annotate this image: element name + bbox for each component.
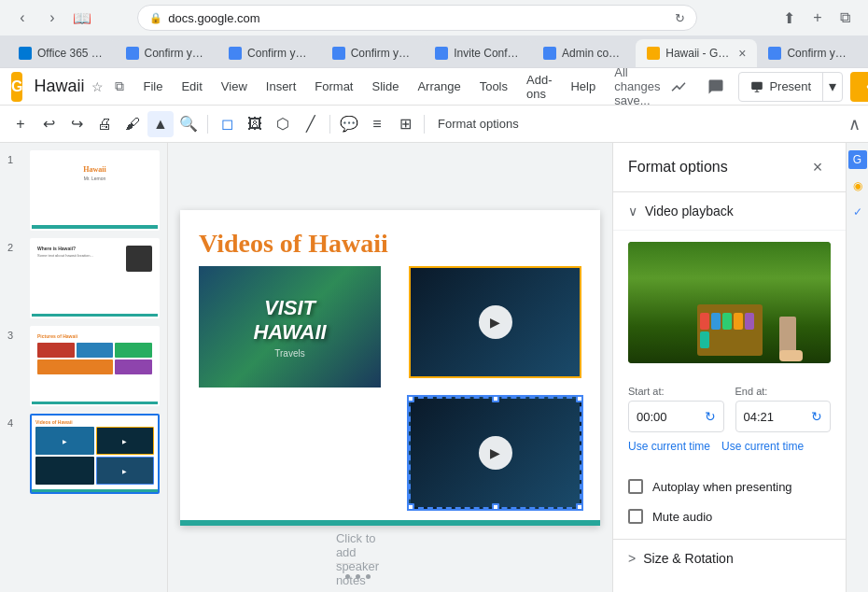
menu-arrange[interactable]: Arrange	[410, 76, 468, 97]
sidebar-icon-explore[interactable]: G	[848, 150, 867, 169]
tab-confirm4[interactable]: Confirm your...	[757, 39, 861, 67]
add-button[interactable]: +	[7, 111, 34, 137]
close-format-panel-button[interactable]: ×	[805, 154, 831, 180]
tab-confirm2[interactable]: Confirm your...	[217, 39, 321, 67]
resize-handle-bl[interactable]	[407, 503, 414, 511]
resize-handle-t[interactable]	[492, 395, 499, 402]
slide2-image	[126, 246, 152, 272]
resize-handle-tr[interactable]	[576, 395, 583, 402]
size-rotation-section-header[interactable]: > Size & Rotation	[613, 539, 846, 577]
sidebar-icon-tasks[interactable]: ✓	[848, 203, 867, 221]
speaker-notes-label[interactable]: Click to add speaker notes	[336, 563, 379, 592]
resize-handle-b[interactable]	[492, 503, 499, 511]
autoplay-checkbox[interactable]	[628, 479, 643, 494]
bookmark-button[interactable]: 📖	[71, 7, 93, 29]
slide-item-3[interactable]: 3 Pictures of Hawaii	[7, 326, 160, 406]
image-button[interactable]: 🖼	[242, 111, 268, 137]
video-playback-section-header[interactable]: ∨ Video playback	[613, 192, 846, 231]
cursor-button[interactable]: ▲	[147, 111, 174, 137]
share-button[interactable]: Share	[850, 72, 868, 102]
present-dropdown[interactable]: ▾	[822, 73, 842, 101]
menu-help[interactable]: Help	[563, 76, 603, 97]
mute-checkbox[interactable]	[628, 509, 643, 524]
slide2-bar	[32, 314, 158, 317]
align-left-button[interactable]: ≡	[364, 111, 390, 137]
menu-insert[interactable]: Insert	[259, 76, 304, 97]
comment-toolbar-button[interactable]: 💬	[336, 111, 362, 137]
end-time-refresh-icon[interactable]: ↻	[804, 409, 830, 424]
canvas-area[interactable]: Videos of Hawaii VISIT HAWAII Travels ▶	[168, 143, 612, 592]
print-button[interactable]: 🖨	[91, 111, 118, 137]
resize-handle-br[interactable]	[576, 503, 583, 511]
activity-button[interactable]	[664, 72, 693, 102]
line-button[interactable]: ╱	[298, 111, 324, 137]
address-bar[interactable]: 🔒 docs.google.com ↻	[137, 5, 697, 31]
tab-hawaii[interactable]: Hawaii - Goog... ×	[636, 39, 757, 67]
star-icon[interactable]: ☆	[91, 79, 104, 94]
sidebar-icon-keep[interactable]: ◉	[848, 176, 867, 195]
tab-label: Invite Confirm...	[454, 47, 521, 60]
menu-edit[interactable]: Edit	[174, 76, 209, 97]
align-right-button[interactable]: ⊞	[392, 111, 418, 137]
format-panel-title: Format options	[628, 159, 728, 176]
share-browser-button[interactable]: ⬆	[778, 7, 801, 29]
menu-slide[interactable]: Slide	[364, 76, 406, 97]
format-options-panel: Format options × ∨ Video playback	[612, 143, 846, 592]
copy-icon[interactable]: ⧉	[115, 78, 124, 94]
tab-admin[interactable]: Admin console	[532, 39, 636, 67]
menu-view[interactable]: View	[214, 76, 255, 97]
tab-invite[interactable]: Invite Confirm...	[424, 39, 532, 67]
video-placeholder-2[interactable]: ▶	[409, 266, 581, 378]
start-time-input[interactable]	[629, 410, 697, 424]
use-current-end-button[interactable]: Use current time	[721, 440, 804, 453]
menu-file[interactable]: File	[135, 76, 170, 97]
use-current-start-button[interactable]: Use current time	[628, 440, 710, 453]
select-button[interactable]: ◻	[214, 111, 240, 137]
end-time-input[interactable]	[736, 410, 805, 424]
slide-thumb-1[interactable]: Hawaii Mr. Lemon	[30, 150, 160, 231]
tab-label: Confirm your...	[247, 47, 310, 60]
slide-thumb-3[interactable]: Pictures of Hawaii	[30, 326, 160, 406]
slide-item-2[interactable]: 2 Where is Hawaii? Some text about hawai…	[7, 238, 160, 318]
slide-item-4[interactable]: 4 Videos of Hawaii ▶ ▶	[7, 414, 160, 494]
use-current-time-row: Use current time Use current time	[628, 440, 831, 453]
end-time-input-wrap: ↻	[735, 401, 832, 432]
video-placeholder-1[interactable]: VISIT HAWAII Travels	[199, 266, 381, 388]
paint-format-button[interactable]: 🖌	[119, 111, 146, 137]
video-placeholder-3[interactable]: ▶	[409, 397, 581, 509]
video-playback-label: Video playback	[645, 204, 734, 218]
tab-office365[interactable]: Office 365 Ed...	[7, 39, 115, 67]
present-button[interactable]: Present ▾	[738, 72, 843, 102]
menu-addons[interactable]: Add-ons	[519, 69, 559, 105]
redo-button[interactable]: ↪	[63, 111, 90, 137]
slide4-vid2: ▶	[96, 427, 155, 455]
tab-overview-button[interactable]: ⧉	[834, 7, 857, 29]
new-tab-button[interactable]: +	[806, 7, 829, 29]
resize-handle-tl[interactable]	[407, 395, 414, 402]
slide-item-1[interactable]: 1 Hawaii Mr. Lemon	[7, 150, 160, 231]
play-button-3[interactable]: ▶	[479, 436, 512, 470]
forward-button[interactable]: ›	[41, 7, 63, 29]
menu-tools[interactable]: Tools	[472, 76, 515, 97]
back-button[interactable]: ‹	[11, 7, 34, 29]
reload-button[interactable]: ↻	[675, 11, 685, 25]
shape-button[interactable]: ⬡	[270, 111, 296, 137]
comment-button[interactable]	[701, 72, 731, 102]
slide-thumb-2[interactable]: Where is Hawaii? Some text about hawaii …	[30, 238, 160, 318]
slide3-img3	[115, 343, 152, 358]
tab-close-icon[interactable]: ×	[738, 46, 746, 61]
zoom-button[interactable]: 🔍	[175, 111, 202, 137]
tab-confirm1[interactable]: Confirm your...	[115, 39, 218, 67]
undo-button[interactable]: ↩	[35, 111, 62, 137]
doc-title[interactable]: Hawaii	[34, 77, 84, 96]
can-orange	[734, 313, 743, 330]
menu-format[interactable]: Format	[307, 76, 360, 97]
start-time-refresh-icon[interactable]: ↻	[697, 409, 723, 424]
play-button-2[interactable]: ▶	[479, 305, 512, 339]
collapse-toolbar-button[interactable]: ∧	[848, 114, 861, 134]
slide4-vid3: ▶	[96, 457, 155, 485]
slide-thumb-4[interactable]: Videos of Hawaii ▶ ▶ ▶	[30, 414, 160, 494]
tab-favicon	[19, 47, 32, 60]
tab-confirm3[interactable]: Confirm your...	[321, 39, 425, 67]
slide4-bar	[32, 489, 158, 492]
